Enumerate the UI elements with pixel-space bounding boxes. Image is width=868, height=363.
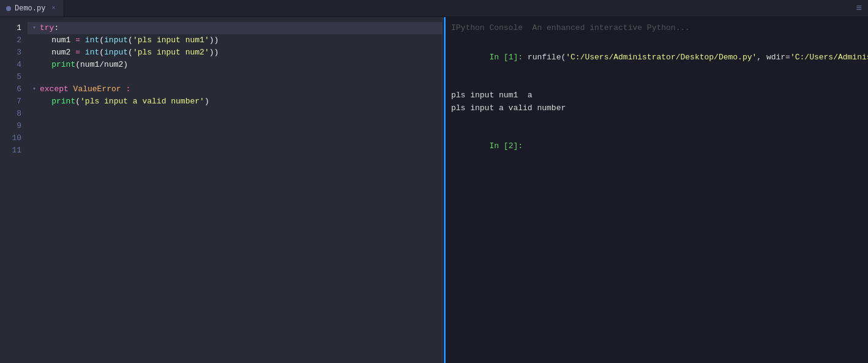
console-in-1: In [1]: runfile('C:/Users/Administrator/… xyxy=(451,39,868,77)
hamburger-menu-button[interactable]: ≡ xyxy=(850,0,868,17)
line-number-8: 8 xyxy=(0,108,28,120)
console-in-2: In [2]: xyxy=(451,127,868,165)
console-pane: IPython Console An enhanced interactive … xyxy=(444,17,868,363)
editor-content: 1 2 3 4 5 6 7 8 9 10 11 ▾ try: num1 = xyxy=(0,17,443,363)
line-number-7: 7 xyxy=(0,95,28,108)
console-output-1: pls input num1 a xyxy=(451,89,868,102)
console-output-2: pls input a valid number xyxy=(451,102,868,115)
line-number-4: 4 xyxy=(0,59,28,71)
line-number-9: 9 xyxy=(0,120,28,132)
line-number-2: 2 xyxy=(0,34,28,47)
tab-bar: Demo.py × ≡ xyxy=(0,0,868,17)
blue-bar xyxy=(444,17,446,363)
code-line-1: ▾ try: xyxy=(28,22,443,34)
main-area: 1 2 3 4 5 6 7 8 9 10 11 ▾ try: num1 = xyxy=(0,17,868,363)
code-area[interactable]: ▾ try: num1 = int(input('pls input num1'… xyxy=(28,17,443,363)
file-tab[interactable]: Demo.py × xyxy=(0,0,64,17)
console-blank-1 xyxy=(451,77,868,89)
tab-label: Demo.py xyxy=(15,4,45,13)
code-line-11 xyxy=(28,144,443,157)
code-line-4: print(num1/num2) xyxy=(28,59,443,71)
console-blank-2 xyxy=(451,115,868,128)
fold-arrow-6[interactable]: ▾ xyxy=(32,84,40,94)
line-number-3: 3 xyxy=(0,47,28,59)
tab-close-button[interactable]: × xyxy=(49,4,58,13)
line-number-1: 1 xyxy=(0,22,28,34)
code-line-2: num1 = int(input('pls input num1')) xyxy=(28,34,443,47)
line-number-5: 5 xyxy=(0,71,28,83)
code-line-9 xyxy=(28,120,443,132)
line-number-6: 6 xyxy=(0,83,28,95)
line-number-10: 10 xyxy=(0,132,28,144)
code-line-10 xyxy=(28,132,443,144)
console-content[interactable]: IPython Console An enhanced interactive … xyxy=(444,17,868,363)
line-number-11: 11 xyxy=(0,144,28,157)
code-line-7: print('pls input a valid number') xyxy=(28,95,443,108)
tab-dot xyxy=(6,6,11,11)
code-line-3: num2 = int(input('pls input num2')) xyxy=(28,47,443,59)
fold-arrow-1[interactable]: ▾ xyxy=(32,23,40,33)
editor-vertical-separator xyxy=(442,17,443,363)
editor-pane: 1 2 3 4 5 6 7 8 9 10 11 ▾ try: num1 = xyxy=(0,17,444,363)
code-line-8 xyxy=(28,108,443,120)
code-line-6: ▾ except ValueError : xyxy=(28,83,443,95)
line-numbers: 1 2 3 4 5 6 7 8 9 10 11 xyxy=(0,17,28,363)
console-prev-output: IPython Console An enhanced interactive … xyxy=(451,22,868,35)
code-line-5 xyxy=(28,71,443,83)
